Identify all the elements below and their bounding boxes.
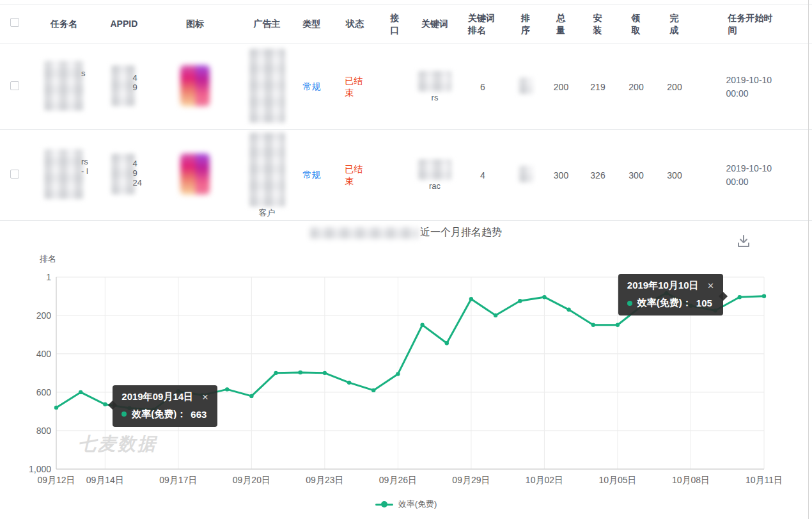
task-name-fragment: rs - l (81, 157, 91, 176)
masked-task-name (44, 61, 84, 111)
svg-text:排名: 排名 (40, 254, 56, 264)
masked-sort (519, 77, 533, 94)
status-badge: 已结束 (345, 75, 365, 99)
install-value: 219 (579, 44, 617, 130)
col-sort: 排序 (508, 4, 543, 44)
svg-text:09月17日: 09月17日 (159, 475, 197, 485)
masked-appid (111, 65, 136, 106)
col-api: 接口 (377, 4, 412, 44)
svg-text:七麦数据: 七麦数据 (78, 434, 158, 454)
svg-text:09月20日: 09月20日 (233, 475, 270, 485)
api-cell (377, 44, 412, 130)
masked-keyword (418, 159, 451, 180)
tooltip-value: 105 (696, 298, 712, 308)
svg-text:09月29日: 09月29日 (452, 475, 490, 485)
start-time-value: 2019-10-10 00:00 (726, 74, 780, 100)
chart-title-text: 近一个月排名趋势 (420, 226, 502, 239)
claim-value: 200 (617, 44, 655, 130)
status-badge: 已结束 (345, 163, 365, 188)
start-time-value: 2019-10-10 00:00 (726, 162, 780, 189)
table-row: s 4 9 常规 已结束 rs 6 200 219 200 200 2019-1… (0, 44, 812, 130)
keyword-rank-value: 4 (457, 130, 508, 221)
download-icon[interactable] (734, 232, 753, 252)
masked-advertiser (249, 49, 285, 123)
table-header-row: 任务名 APPID 图标 广告主 类型 状态 接口 关键词 关键词排名 排序 总… (0, 4, 812, 44)
col-keyword-rank: 关键词排名 (457, 4, 508, 44)
app-icon-blurred (180, 65, 210, 106)
appid-fragment: 4 9 24 (133, 159, 143, 188)
close-icon[interactable]: × (202, 392, 208, 402)
select-all-checkbox[interactable] (10, 18, 19, 27)
tooltip-date: 2019年10月10日 (627, 280, 699, 292)
keyword-rank-value: 6 (457, 44, 508, 130)
masked-task-name (44, 149, 84, 199)
legend-dot (381, 501, 387, 507)
col-type: 类型 (291, 4, 332, 44)
legend-item-efficiency[interactable]: 效率(免费) (0, 499, 812, 510)
task-name-fragment: s (81, 68, 91, 78)
svg-text:09月12日: 09月12日 (37, 475, 75, 485)
svg-text:10月02日: 10月02日 (526, 475, 563, 485)
chart-tooltip: 2019年10月10日 × 效率(免费)： 105 (618, 274, 723, 315)
col-claim: 领取 (617, 4, 655, 44)
chart-tooltip: 2019年09月14日 × 效率(免费)： 663 (113, 385, 217, 427)
total-value: 300 (543, 130, 579, 221)
col-total: 总量 (543, 4, 579, 44)
tooltip-series-label: 效率(免费)： (637, 297, 692, 309)
col-install: 安装 (579, 4, 617, 44)
rank-trend-chart: 近一个月排名趋势 12004006008001,00009月12日09月14日0… (0, 221, 812, 519)
advertiser-fragment: 客户 (259, 208, 276, 218)
svg-text:200: 200 (36, 310, 52, 321)
masked-keyword (418, 71, 451, 92)
svg-text:800: 800 (36, 426, 52, 436)
keyword-fragment: rac (429, 181, 441, 191)
masked-appid (111, 154, 136, 195)
svg-text:1,000: 1,000 (29, 464, 51, 474)
task-type-link[interactable]: 常规 (303, 81, 321, 92)
svg-text:1: 1 (46, 272, 51, 282)
claim-value: 300 (617, 130, 655, 221)
install-value: 326 (579, 130, 617, 221)
legend-label: 效率(免费) (398, 499, 437, 510)
task-table: 任务名 APPID 图标 广告主 类型 状态 接口 关键词 关键词排名 排序 总… (0, 4, 812, 221)
svg-text:10月05日: 10月05日 (598, 475, 636, 485)
col-status: 状态 (332, 4, 377, 44)
tooltip-series-label: 效率(免费)： (132, 408, 186, 420)
legend-line-marker (375, 504, 393, 506)
col-advertiser: 广告主 (243, 4, 291, 44)
svg-text:09月14日: 09月14日 (86, 475, 124, 485)
masked-advertiser (249, 132, 285, 207)
complete-value: 200 (655, 44, 694, 130)
row-checkbox[interactable] (10, 170, 19, 179)
tooltip-date: 2019年09月14日 (121, 391, 193, 403)
task-type-link[interactable]: 常规 (303, 170, 321, 180)
keyword-fragment: rs (432, 93, 439, 102)
series-marker-dot (121, 411, 127, 417)
svg-text:10月08日: 10月08日 (672, 475, 710, 485)
chart-title: 近一个月排名趋势 (0, 226, 812, 239)
col-complete: 完成 (655, 4, 694, 44)
svg-text:10月11日: 10月11日 (746, 475, 783, 485)
app-icon-blurred (180, 154, 210, 195)
api-cell (377, 130, 412, 221)
col-icon: 图标 (147, 4, 243, 44)
col-start-time: 任务开始时间 (694, 4, 812, 44)
table-row: rs - l 4 9 24 客户 常规 已结束 rac 4 300 326 30… (0, 130, 812, 221)
col-task-name: 任务名 (29, 4, 99, 44)
masked-app-name (310, 227, 419, 239)
svg-text:09月26日: 09月26日 (379, 475, 417, 485)
row-checkbox[interactable] (10, 81, 19, 90)
col-appid: APPID (99, 4, 147, 44)
appid-fragment: 4 9 (133, 73, 143, 92)
close-icon[interactable]: × (708, 281, 714, 291)
masked-sort (519, 166, 533, 182)
svg-text:600: 600 (36, 387, 52, 397)
svg-text:400: 400 (36, 349, 52, 359)
tooltip-value: 663 (191, 409, 207, 420)
complete-value: 300 (655, 130, 694, 221)
total-value: 200 (543, 44, 579, 130)
series-marker-dot (627, 301, 632, 306)
col-keyword: 关键词 (412, 4, 457, 44)
svg-text:09月23日: 09月23日 (306, 475, 343, 485)
